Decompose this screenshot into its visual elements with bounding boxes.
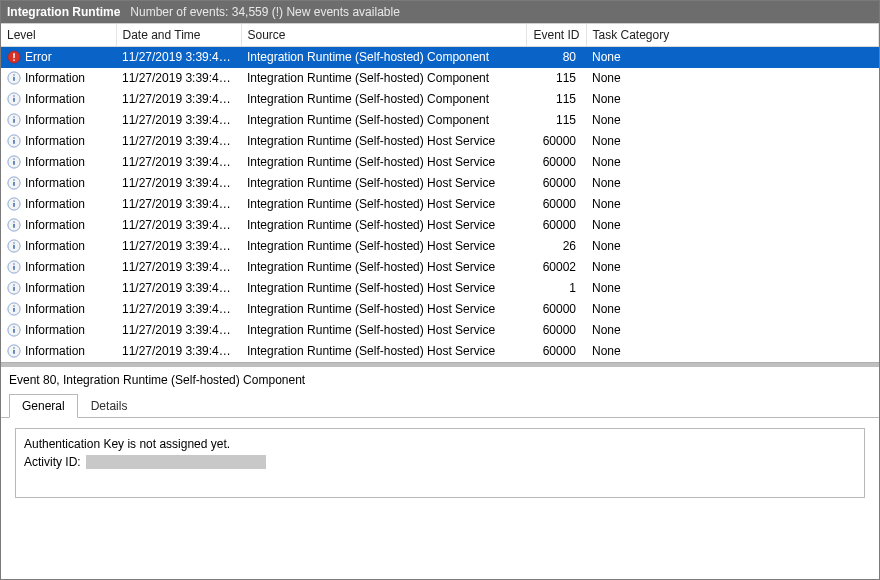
task-category-cell: None <box>586 47 879 68</box>
information-icon <box>7 239 21 253</box>
source-cell: Integration Runtime (Self-hosted) Host S… <box>241 341 526 362</box>
log-header-bar: Integration Runtime Number of events: 34… <box>1 1 879 23</box>
level-text: Information <box>25 113 85 127</box>
details-pane: Event 80, Integration Runtime (Self-host… <box>1 363 879 580</box>
table-row[interactable]: Information11/27/2019 3:39:42 PMIntegrat… <box>1 341 879 362</box>
datetime-cell: 11/27/2019 3:39:47 PM <box>116 110 241 131</box>
task-category-cell: None <box>586 131 879 152</box>
task-category-cell: None <box>586 341 879 362</box>
source-cell: Integration Runtime (Self-hosted) Host S… <box>241 152 526 173</box>
datetime-cell: 11/27/2019 3:39:42 PM <box>116 320 241 341</box>
information-icon <box>7 176 21 190</box>
events-table: Level Date and Time Source Event ID Task… <box>1 24 879 362</box>
details-message-line1: Authentication Key is not assigned yet. <box>24 435 856 453</box>
details-body: Authentication Key is not assigned yet. … <box>15 428 865 498</box>
table-row[interactable]: Information11/27/2019 3:39:46 PMIntegrat… <box>1 194 879 215</box>
level-text: Information <box>25 302 85 316</box>
event-id-cell: 60000 <box>526 131 586 152</box>
source-cell: Integration Runtime (Self-hosted) Host S… <box>241 131 526 152</box>
level-text: Information <box>25 239 85 253</box>
log-name: Integration Runtime <box>7 5 120 19</box>
table-row[interactable]: Information11/27/2019 3:39:47 PMIntegrat… <box>1 110 879 131</box>
event-id-cell: 115 <box>526 89 586 110</box>
details-tabs: General Details <box>1 393 879 418</box>
source-cell: Integration Runtime (Self-hosted) Compon… <box>241 47 526 68</box>
information-icon <box>7 323 21 337</box>
details-header: Event 80, Integration Runtime (Self-host… <box>1 367 879 393</box>
col-header-level[interactable]: Level <box>1 24 116 47</box>
level-text: Information <box>25 323 85 337</box>
datetime-cell: 11/27/2019 3:39:44 PM <box>116 215 241 236</box>
datetime-cell: 11/27/2019 3:39:44 PM <box>116 278 241 299</box>
source-cell: Integration Runtime (Self-hosted) Host S… <box>241 299 526 320</box>
information-icon <box>7 134 21 148</box>
table-row[interactable]: Information11/27/2019 3:39:46 PMIntegrat… <box>1 173 879 194</box>
tab-details[interactable]: Details <box>78 394 141 418</box>
col-header-source[interactable]: Source <box>241 24 526 47</box>
task-category-cell: None <box>586 152 879 173</box>
activity-id-label: Activity ID: <box>24 455 81 469</box>
table-row[interactable]: Information11/27/2019 3:39:46 PMIntegrat… <box>1 152 879 173</box>
event-id-cell: 26 <box>526 236 586 257</box>
task-category-cell: None <box>586 173 879 194</box>
source-cell: Integration Runtime (Self-hosted) Compon… <box>241 68 526 89</box>
datetime-cell: 11/27/2019 3:39:47 PM <box>116 89 241 110</box>
information-icon <box>7 281 21 295</box>
source-cell: Integration Runtime (Self-hosted) Host S… <box>241 320 526 341</box>
information-icon <box>7 71 21 85</box>
datetime-cell: 11/27/2019 3:39:42 PM <box>116 341 241 362</box>
source-cell: Integration Runtime (Self-hosted) Host S… <box>241 236 526 257</box>
table-row[interactable]: Error11/27/2019 3:39:47 PMIntegration Ru… <box>1 47 879 68</box>
tab-general[interactable]: General <box>9 394 78 418</box>
event-id-cell: 60000 <box>526 320 586 341</box>
information-icon <box>7 260 21 274</box>
level-text: Information <box>25 176 85 190</box>
table-row[interactable]: Information11/27/2019 3:39:42 PMIntegrat… <box>1 320 879 341</box>
table-row[interactable]: Information11/27/2019 3:39:47 PMIntegrat… <box>1 89 879 110</box>
level-text: Information <box>25 218 85 232</box>
log-status: Number of events: 34,559 (!) New events … <box>130 5 399 19</box>
level-text: Error <box>25 50 52 64</box>
datetime-cell: 11/27/2019 3:39:46 PM <box>116 173 241 194</box>
col-header-task-category[interactable]: Task Category <box>586 24 879 47</box>
table-row[interactable]: Information11/27/2019 3:39:47 PMIntegrat… <box>1 68 879 89</box>
information-icon <box>7 344 21 358</box>
information-icon <box>7 302 21 316</box>
table-row[interactable]: Information11/27/2019 3:39:44 PMIntegrat… <box>1 278 879 299</box>
level-text: Information <box>25 344 85 358</box>
level-text: Information <box>25 71 85 85</box>
source-cell: Integration Runtime (Self-hosted) Host S… <box>241 194 526 215</box>
table-row[interactable]: Information11/27/2019 3:39:44 PMIntegrat… <box>1 215 879 236</box>
source-cell: Integration Runtime (Self-hosted) Host S… <box>241 173 526 194</box>
table-row[interactable]: Information11/27/2019 3:39:46 PMIntegrat… <box>1 131 879 152</box>
event-id-cell: 115 <box>526 110 586 131</box>
source-cell: Integration Runtime (Self-hosted) Host S… <box>241 257 526 278</box>
table-row[interactable]: Information11/27/2019 3:39:44 PMIntegrat… <box>1 299 879 320</box>
table-row[interactable]: Information11/27/2019 3:39:44 PMIntegrat… <box>1 257 879 278</box>
col-header-datetime[interactable]: Date and Time <box>116 24 241 47</box>
datetime-cell: 11/27/2019 3:39:46 PM <box>116 152 241 173</box>
event-id-cell: 60000 <box>526 152 586 173</box>
task-category-cell: None <box>586 257 879 278</box>
datetime-cell: 11/27/2019 3:39:46 PM <box>116 194 241 215</box>
col-header-event-id[interactable]: Event ID <box>526 24 586 47</box>
error-icon <box>7 50 21 64</box>
task-category-cell: None <box>586 215 879 236</box>
task-category-cell: None <box>586 68 879 89</box>
datetime-cell: 11/27/2019 3:39:46 PM <box>116 131 241 152</box>
source-cell: Integration Runtime (Self-hosted) Compon… <box>241 89 526 110</box>
information-icon <box>7 197 21 211</box>
level-text: Information <box>25 134 85 148</box>
datetime-cell: 11/27/2019 3:39:47 PM <box>116 47 241 68</box>
level-text: Information <box>25 281 85 295</box>
table-header-row[interactable]: Level Date and Time Source Event ID Task… <box>1 24 879 47</box>
information-icon <box>7 155 21 169</box>
task-category-cell: None <box>586 236 879 257</box>
task-category-cell: None <box>586 194 879 215</box>
table-row[interactable]: Information11/27/2019 3:39:44 PMIntegrat… <box>1 236 879 257</box>
level-text: Information <box>25 92 85 106</box>
task-category-cell: None <box>586 320 879 341</box>
task-category-cell: None <box>586 110 879 131</box>
event-viewer-window: Integration Runtime Number of events: 34… <box>0 0 880 580</box>
events-table-wrap: Level Date and Time Source Event ID Task… <box>1 23 879 363</box>
